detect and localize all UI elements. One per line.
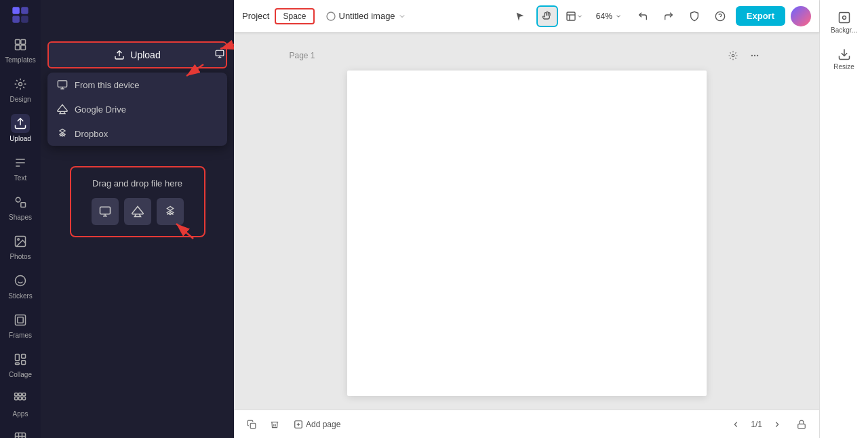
next-page-btn[interactable] <box>768 415 787 434</box>
pointer-tool-btn[interactable] <box>509 5 531 27</box>
chevron-layout-icon <box>576 13 583 20</box>
toolbar-left: Project Space Untitled image <box>242 8 504 24</box>
svg-rect-18 <box>18 317 23 323</box>
canvas-bottom-right: 1/1 <box>726 415 811 434</box>
export-btn[interactable]: Export <box>736 6 785 26</box>
svg-rect-41 <box>100 207 110 214</box>
right-panel-background[interactable]: Backgr... <box>824 5 865 39</box>
shield-icon <box>689 11 700 22</box>
chevron-zoom-icon <box>615 13 622 20</box>
svg-rect-38 <box>58 81 66 87</box>
shield-btn[interactable] <box>684 6 705 26</box>
monitor-icon <box>57 79 68 90</box>
resize-icon <box>837 47 851 61</box>
sidebar-item-photos[interactable]: Photos <box>0 226 41 266</box>
svg-rect-19 <box>16 355 20 361</box>
svg-rect-23 <box>15 393 18 396</box>
doc-title-text: Untitled image <box>339 11 395 21</box>
page-canvas[interactable] <box>347 71 707 396</box>
drive-icon <box>57 104 68 115</box>
layout-btn[interactable] <box>564 5 585 27</box>
page-more-btn[interactable] <box>745 46 764 65</box>
page-settings-btn[interactable] <box>724 46 743 65</box>
svg-point-56 <box>753 55 755 56</box>
delete-btn[interactable] <box>265 415 284 434</box>
layout-icon <box>566 11 576 22</box>
from-device-item[interactable]: From this device <box>47 73 227 97</box>
drag-monitor-btn[interactable] <box>92 198 119 225</box>
sidebar-item-stickers[interactable]: Stickers <box>0 266 41 305</box>
svg-rect-4 <box>16 40 20 45</box>
sidebar-item-grid[interactable] <box>0 423 41 438</box>
drag-dropbox-btn[interactable] <box>157 198 184 225</box>
project-button[interactable]: Project <box>242 11 269 21</box>
svg-rect-0 <box>12 7 19 14</box>
dropbox-item[interactable]: Dropbox <box>47 121 227 146</box>
google-drive-label: Google Drive <box>75 104 126 115</box>
drag-drop-zone[interactable]: Drag and drop file here <box>70 166 205 237</box>
photos-icon <box>11 232 30 251</box>
sidebar-item-label: Text <box>14 174 26 182</box>
svg-rect-17 <box>16 315 26 325</box>
page-label-bar: Page 1 <box>290 46 764 65</box>
lock-btn[interactable] <box>792 415 811 434</box>
doc-icon <box>326 11 336 22</box>
text-icon <box>11 153 30 172</box>
sidebar-item-label: Upload <box>9 135 31 142</box>
settings-icon <box>728 51 738 60</box>
sidebar-item-collage[interactable]: Collage <box>0 344 41 384</box>
add-page-btn[interactable]: Add page <box>288 417 346 432</box>
sidebar-item-label: Design <box>9 96 31 103</box>
copy-btn[interactable] <box>242 415 261 434</box>
copy-icon <box>247 420 256 429</box>
prev-page-btn[interactable] <box>726 415 745 434</box>
toolbar-right: 64% <box>509 5 811 27</box>
drag-drop-text: Drag and drop file here <box>82 178 193 188</box>
app-logo[interactable] <box>8 5 33 24</box>
upload-btn-icon <box>114 49 125 60</box>
svg-rect-28 <box>22 397 25 400</box>
sidebar-item-design[interactable]: Design <box>0 69 41 108</box>
sidebar-item-label: Collage <box>9 371 32 378</box>
right-panel-resize[interactable]: Resize <box>824 42 865 76</box>
sidebar-item-text[interactable]: Text <box>0 148 41 187</box>
svg-point-55 <box>751 55 752 56</box>
svg-point-57 <box>756 55 757 56</box>
right-panel: Backgr... Resize <box>819 0 868 438</box>
sidebar-item-shapes[interactable]: Shapes <box>0 187 41 226</box>
svg-rect-6 <box>16 45 20 50</box>
hand-tool-btn[interactable] <box>536 5 558 27</box>
right-panel-background-label: Backgr... <box>831 26 857 34</box>
sidebar-item-upload[interactable]: Upload <box>0 108 41 148</box>
grid-icon <box>11 429 30 438</box>
page-count: 1/1 <box>751 420 762 429</box>
svg-point-48 <box>327 12 335 20</box>
upload-button[interactable]: Upload <box>47 41 227 68</box>
lock-icon <box>797 420 806 429</box>
google-drive-item[interactable]: Google Drive <box>47 97 227 121</box>
svg-rect-58 <box>250 423 256 429</box>
user-avatar[interactable] <box>791 6 811 26</box>
doc-title-area: Untitled image <box>326 11 406 22</box>
sidebar-item-frames[interactable]: Frames <box>0 305 41 344</box>
svg-rect-3 <box>21 16 28 22</box>
svg-rect-25 <box>22 393 25 396</box>
help-btn[interactable] <box>710 6 730 26</box>
space-button[interactable]: Space <box>275 8 314 24</box>
drag-drive-btn[interactable] <box>124 198 151 225</box>
undo-btn[interactable] <box>633 6 653 26</box>
icon-sidebar: Templates Design Upload Text <box>0 0 41 438</box>
sidebar-item-templates[interactable]: Templates <box>0 30 41 69</box>
svg-point-8 <box>19 83 22 86</box>
drag-monitor-icon <box>99 205 111 218</box>
page-label: Page 1 <box>290 51 315 60</box>
redo-btn[interactable] <box>658 6 679 26</box>
zoom-button[interactable]: 64% <box>591 9 627 24</box>
add-page-label: Add page <box>306 420 340 429</box>
sidebar-item-apps[interactable]: Apps <box>0 384 41 423</box>
collage-icon <box>11 350 30 369</box>
sidebar-item-label: Stickers <box>8 292 33 300</box>
svg-rect-29 <box>16 433 26 439</box>
drag-dropbox-icon <box>164 205 176 218</box>
svg-point-64 <box>842 16 846 20</box>
